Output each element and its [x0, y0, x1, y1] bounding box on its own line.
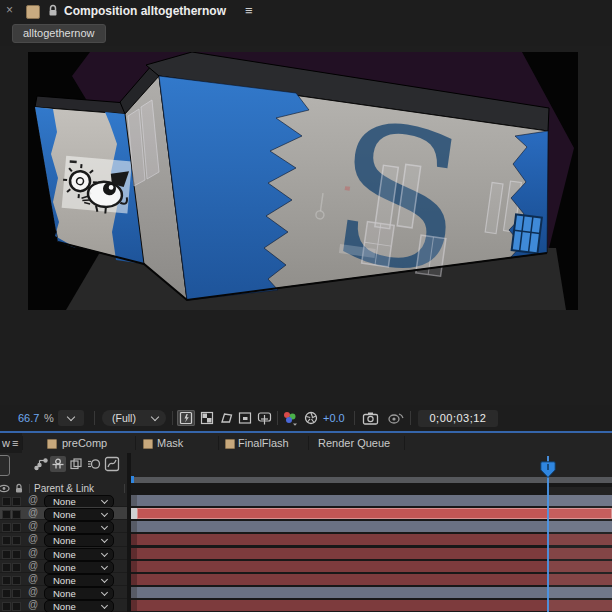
graph-editor-icon[interactable] [104, 456, 120, 472]
video-toggle[interactable] [2, 510, 11, 519]
parent-pickwhip-icon[interactable]: @ [28, 547, 38, 558]
grid-guides-options-icon[interactable] [255, 410, 273, 426]
layer-duration-bar[interactable] [137, 587, 612, 598]
tab-label: Mask [157, 437, 183, 449]
timeline-track-area[interactable] [131, 483, 612, 612]
layer-row[interactable]: @None [0, 547, 131, 560]
hide-shy-layers-icon[interactable] [50, 456, 66, 472]
audio-toggle[interactable] [12, 510, 21, 519]
parent-pickwhip-icon[interactable]: @ [28, 494, 38, 505]
transparency-grid-icon[interactable] [198, 410, 216, 426]
layer-row[interactable]: @None [0, 494, 131, 507]
toolbar-separator [172, 411, 173, 425]
comp-item-icon [225, 439, 235, 449]
tab-mask[interactable]: Mask [157, 437, 183, 449]
region-of-interest-icon[interactable] [236, 410, 254, 426]
parent-dropdown[interactable]: None [44, 534, 114, 547]
panel-menu-icon[interactable]: ≡ [245, 3, 253, 18]
layer-duration-bar[interactable] [137, 534, 612, 545]
tab-label: FinalFlash [238, 437, 289, 449]
chevron-down-icon [101, 563, 108, 570]
layer-row[interactable]: @None [0, 599, 131, 612]
layer-row[interactable]: @None [0, 586, 131, 599]
parent-dropdown[interactable]: None [44, 600, 114, 612]
timeline-panel: w ≡ preCompMaskFinalFlashRender Queue [0, 433, 612, 612]
frame-blending-icon[interactable] [68, 456, 84, 472]
close-icon[interactable]: × [6, 3, 13, 17]
video-toggle[interactable] [2, 576, 11, 585]
audio-toggle[interactable] [12, 536, 21, 545]
composition-viewer[interactable]: S [0, 46, 612, 405]
resolution-dropdown[interactable]: (Full) [102, 410, 166, 426]
layer-duration-bar[interactable] [137, 508, 612, 519]
magnification-dropdown[interactable] [58, 410, 84, 426]
parent-pickwhip-icon[interactable]: @ [28, 560, 38, 571]
comp-render-scene[interactable]: S [28, 52, 578, 310]
panel-color-swatch-icon [26, 5, 40, 19]
audio-toggle[interactable] [12, 563, 21, 572]
header-divider [124, 484, 125, 493]
video-toggle[interactable] [2, 497, 11, 506]
layer-row[interactable]: @None [0, 573, 131, 586]
exposure-icon[interactable] [303, 410, 319, 430]
audio-toggle[interactable] [12, 497, 21, 506]
parent-dropdown[interactable]: None [44, 508, 114, 521]
layer-row[interactable]: @None [0, 507, 131, 520]
panel-divider[interactable] [127, 453, 131, 612]
layer-duration-bar[interactable] [137, 600, 612, 611]
audio-toggle[interactable] [12, 589, 21, 598]
magnification-value[interactable]: 66.7 [18, 412, 39, 424]
layer-duration-bar[interactable] [137, 521, 612, 532]
parent-dropdown[interactable]: None [44, 587, 114, 600]
show-snapshot-icon[interactable] [387, 411, 405, 429]
audio-toggle[interactable] [12, 576, 21, 585]
video-toggle[interactable] [2, 563, 11, 572]
take-snapshot-icon[interactable] [362, 411, 380, 429]
exposure-value[interactable]: +0.0 [323, 412, 345, 424]
layer-duration-bar[interactable] [137, 574, 612, 585]
video-toggle[interactable] [2, 523, 11, 532]
parent-value: None [53, 575, 76, 586]
layer-duration-bar[interactable] [137, 561, 612, 572]
mini-flowchart-icon[interactable] [33, 456, 49, 472]
current-time-field[interactable]: 0;00;03;12 [418, 410, 498, 427]
parent-dropdown[interactable]: None [44, 561, 114, 574]
video-toggle[interactable] [2, 589, 11, 598]
tab-render-queue[interactable]: Render Queue [318, 437, 390, 449]
mask-visibility-icon[interactable] [217, 410, 235, 426]
playhead-handle[interactable] [540, 461, 556, 479]
parent-dropdown[interactable]: None [44, 548, 114, 561]
layer-duration-bar[interactable] [137, 495, 612, 506]
parent-dropdown[interactable]: None [44, 495, 114, 508]
lock-icon[interactable] [47, 4, 59, 17]
eye-icon [0, 484, 10, 493]
audio-toggle[interactable] [12, 602, 21, 611]
search-input[interactable] [0, 455, 10, 476]
layer-row[interactable]: @None [0, 520, 131, 533]
parent-dropdown[interactable]: None [44, 574, 114, 587]
parent-pickwhip-icon[interactable]: @ [28, 573, 38, 584]
layer-duration-bar[interactable] [137, 548, 612, 559]
parent-dropdown[interactable]: None [44, 521, 114, 534]
parent-pickwhip-icon[interactable]: @ [28, 533, 38, 544]
blue-window [512, 214, 542, 253]
video-toggle[interactable] [2, 536, 11, 545]
playhead-line[interactable] [547, 456, 549, 612]
tab-precomp[interactable]: preComp [62, 437, 107, 449]
parent-pickwhip-icon[interactable]: @ [28, 599, 38, 610]
video-toggle[interactable] [2, 602, 11, 611]
parent-pickwhip-icon[interactable]: @ [28, 507, 38, 518]
motion-blur-icon[interactable] [86, 456, 102, 472]
layer-row[interactable]: @None [0, 560, 131, 573]
fast-previews-icon[interactable] [177, 410, 195, 426]
channel-rgb-icon[interactable] [282, 410, 299, 431]
magnification-unit: % [44, 412, 54, 424]
composition-name-button[interactable]: alltogethernow [12, 24, 106, 43]
parent-pickwhip-icon[interactable]: @ [28, 586, 38, 597]
audio-toggle[interactable] [12, 523, 21, 532]
layer-row[interactable]: @None [0, 533, 131, 546]
audio-toggle[interactable] [12, 550, 21, 559]
parent-pickwhip-icon[interactable]: @ [28, 520, 38, 531]
video-toggle[interactable] [2, 550, 11, 559]
tab-finalflash[interactable]: FinalFlash [238, 437, 289, 449]
